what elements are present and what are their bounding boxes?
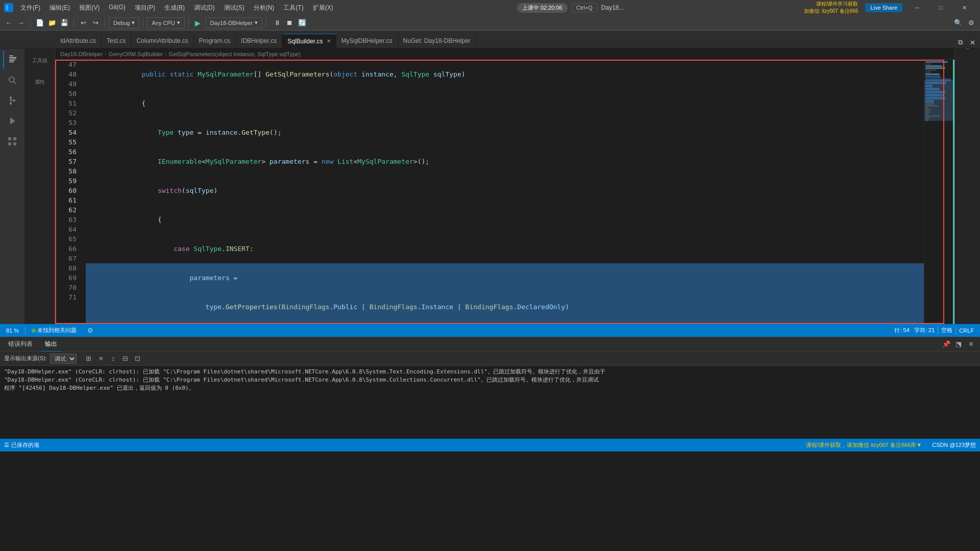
pin-output-button[interactable]: 📌	[941, 339, 951, 349]
nav-toolbar: ← →	[3, 17, 27, 29]
side-panel: 工具箱 属性	[24, 48, 55, 324]
search-activity-icon[interactable]	[3, 71, 21, 89]
error-list-tab[interactable]: 错误列表	[4, 337, 37, 352]
float-output-button[interactable]: ⬔	[953, 339, 964, 349]
tab-nuget[interactable]: NuGet: Day18-DBHelper	[398, 34, 476, 48]
output-source-select[interactable]: 调试	[50, 354, 77, 364]
output-tool-3[interactable]: ↕	[108, 354, 118, 364]
tab-idattribute[interactable]: IdAttribute.cs	[55, 34, 102, 48]
breadcrumb-method[interactable]: GetSqlParameters(object instance, SqlTyp…	[169, 51, 301, 57]
menu-file[interactable]: 文件(F)	[16, 2, 44, 14]
svg-point-9	[10, 96, 12, 98]
live-share-button[interactable]: Live Share	[865, 3, 902, 12]
output-line-3: 程序 "[42456] Day18-DBHelper.exe" 已退出，返回值为…	[4, 384, 976, 392]
promo-text: 课程/课件学习获取	[816, 1, 859, 8]
menu-debug[interactable]: 调试(D)	[190, 2, 219, 14]
code-content[interactable]: public static MySqlParameter[] GetSqlPar…	[81, 60, 924, 324]
close-tab-button[interactable]: ✕	[967, 37, 978, 48]
svg-rect-5	[9, 60, 15, 61]
debug-dropdown[interactable]: Debug ▾	[109, 17, 139, 29]
svg-rect-14	[8, 137, 11, 140]
menu-edit[interactable]: 编辑(E)	[45, 2, 74, 14]
menu-test[interactable]: 测试(S)	[220, 2, 249, 14]
right-panel-tab[interactable]: 工具箱	[962, 51, 973, 55]
tab-mysqldbhelper[interactable]: MySqlDBHelper.cs	[336, 34, 398, 48]
undo-button[interactable]: ↩	[78, 17, 89, 29]
side-panel-icon-2[interactable]: 属性	[30, 72, 50, 92]
bottom-icon: ☰	[4, 442, 9, 448]
svg-rect-16	[8, 142, 11, 145]
minimize-button[interactable]: ─	[905, 0, 929, 15]
problems-filter-button[interactable]: ⚙	[85, 325, 96, 336]
code-line-56: .Select(proInfo => new MySqlParameter	[86, 321, 924, 324]
code-line-50: IEnumerable<MySqlParameter> parameters =…	[86, 147, 924, 176]
line-status[interactable]: 行: 54 字符: 21	[892, 324, 937, 337]
bottom-right: 课程/课件获取，请加微信 itzy007 备注666库▼ CSDN @123梦想	[806, 441, 976, 449]
tab-program[interactable]: Program.cs	[194, 34, 236, 48]
source-control-icon[interactable]	[3, 91, 21, 110]
open-folder-button[interactable]: 📁	[46, 17, 58, 29]
no-problems-icon	[32, 329, 36, 333]
tab-sqlbuilder[interactable]: SqlBuilder.cs ✕	[282, 34, 336, 48]
menu-analyze[interactable]: 分析(N)	[250, 2, 279, 14]
bottom-bar: ☰ 已保存的项 课程/课件获取，请加微信 itzy007 备注666库▼ CSD…	[0, 439, 980, 452]
bottom-status-text: 已保存的项	[11, 441, 39, 449]
code-line-52: {	[86, 205, 924, 234]
svg-rect-3	[9, 57, 16, 58]
maximize-button[interactable]: □	[929, 0, 952, 15]
restart-button[interactable]: 🔄	[297, 17, 308, 29]
space-status[interactable]: 空格	[939, 324, 954, 337]
side-panel-icon-1[interactable]: 工具箱	[30, 51, 50, 71]
forward-button[interactable]: →	[15, 17, 27, 29]
file-toolbar: 📄 📁 💾	[34, 17, 70, 29]
menu-project[interactable]: 项目(P)	[131, 2, 159, 14]
explorer-icon[interactable]	[3, 51, 21, 69]
menu-extensions[interactable]: 扩展(X)	[309, 2, 337, 14]
output-tool-1[interactable]: ⊞	[84, 354, 94, 364]
new-file-button[interactable]: 📄	[34, 17, 45, 29]
run-debug-icon[interactable]	[3, 112, 21, 130]
svg-rect-15	[13, 137, 16, 140]
tab-close-sqlbuilder[interactable]: ✕	[327, 38, 331, 44]
search-button[interactable]: 🔍	[952, 17, 964, 29]
menu-build[interactable]: 生成(B)	[160, 2, 189, 14]
project-dropdown[interactable]: Day18-DBHelper ▾	[206, 17, 262, 29]
close-output-button[interactable]: ✕	[966, 339, 976, 349]
tab-test[interactable]: Test.cs	[102, 34, 131, 48]
tab-idbhelper[interactable]: IDBHelper.cs	[236, 34, 282, 48]
output-tool-2[interactable]: ≡	[96, 354, 106, 364]
split-editor-button[interactable]: ⧉	[954, 37, 966, 48]
line-numbers: 47 48 49 50 51 52 53 54 55 56 57 58 59 6…	[55, 60, 81, 324]
code-line-48: {	[86, 89, 924, 118]
close-button[interactable]: ✕	[952, 0, 976, 15]
menu-git[interactable]: Git(G)	[105, 2, 130, 14]
breadcrumb-project[interactable]: Day18-DBHelper	[60, 51, 103, 57]
start-debug-button[interactable]: ▶	[192, 17, 204, 29]
encoding-status[interactable]: CRLF	[957, 324, 976, 337]
svg-line-8	[14, 82, 16, 84]
breadcrumb-file[interactable]: GerryORM.SqlBuilder	[109, 51, 163, 57]
csdn-text: CSDN @123梦想	[932, 441, 976, 449]
cpu-dropdown[interactable]: Any CPU ▾	[147, 17, 184, 29]
save-button[interactable]: 💾	[59, 17, 70, 29]
toolbar: ← → 📄 📁 💾 ↩ ↪ Debug ▾ Any CPU ▾ ▶ Day18-…	[0, 15, 980, 31]
settings-button[interactable]: ⚙	[966, 17, 977, 29]
redo-button[interactable]: ↪	[90, 17, 101, 29]
menu-tools[interactable]: 工具(T)	[279, 2, 307, 14]
code-line-49: Type type = instance.GetType();	[86, 118, 924, 147]
zoom-status[interactable]: 81 %	[4, 324, 21, 337]
extensions-icon[interactable]	[3, 132, 21, 151]
output-tool-4[interactable]: ⊟	[120, 354, 131, 364]
problems-status[interactable]: 未找到相关问题	[30, 324, 79, 337]
output-tab[interactable]: 输出	[41, 337, 61, 352]
pause-button[interactable]: ⏸	[272, 17, 283, 29]
code-line-53: case SqlType.INSERT:	[86, 234, 924, 263]
bottom-left: ☰ 已保存的项	[4, 441, 39, 449]
back-button[interactable]: ←	[3, 17, 14, 29]
output-tool-5[interactable]: ⊡	[133, 354, 143, 364]
app-icon	[4, 3, 13, 12]
stop-button[interactable]: ⏹	[284, 17, 296, 29]
menu-view[interactable]: 视图(V)	[75, 2, 104, 14]
tab-columnattribute[interactable]: ColumnAttribute.cs	[131, 34, 193, 48]
breadcrumb: Day18-DBHelper › GerryORM.SqlBuilder › G…	[55, 48, 954, 60]
